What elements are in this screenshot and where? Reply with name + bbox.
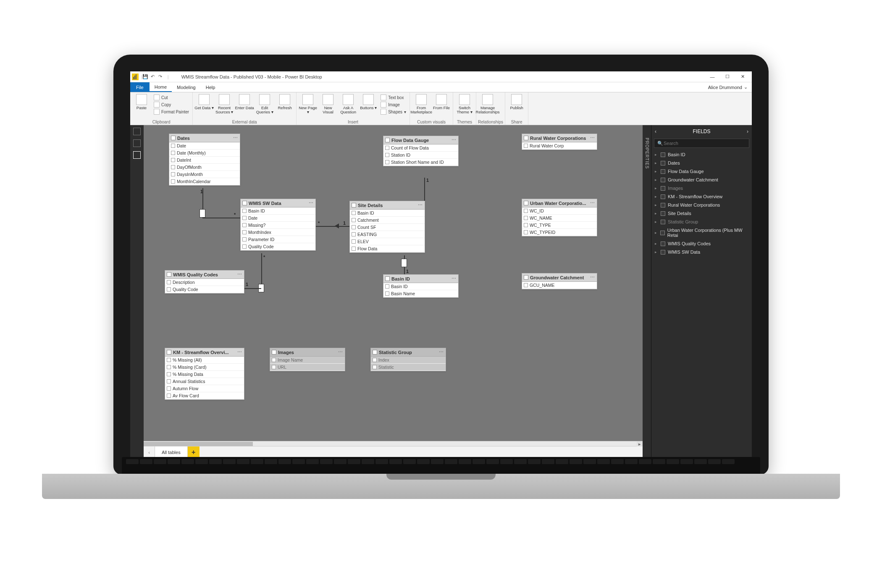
- field-row[interactable]: Count SF: [350, 224, 425, 231]
- table-menu-icon[interactable]: ⋯: [590, 200, 595, 206]
- scroll-right-icon[interactable]: ▸: [637, 441, 643, 446]
- fields-panel-item[interactable]: ▸Statistic Group: [651, 218, 752, 226]
- fields-panel-item[interactable]: ▸KM - Streamflow Overview: [651, 192, 752, 201]
- field-row[interactable]: WC_NAME: [522, 215, 597, 222]
- field-row[interactable]: Quality Code: [241, 243, 315, 250]
- field-row[interactable]: MonthInCalendar: [169, 178, 240, 185]
- tab-nav-prev[interactable]: ‹: [144, 446, 155, 458]
- tab-modeling[interactable]: Modeling: [172, 82, 201, 92]
- table-menu-icon[interactable]: ⋯: [237, 349, 242, 355]
- field-row[interactable]: Quality Code: [165, 286, 244, 293]
- field-row[interactable]: % Missing Data: [165, 371, 244, 378]
- diagram-table-site[interactable]: Site Details⋯Basin IDCatchmentCount SFEA…: [349, 201, 425, 253]
- field-row[interactable]: Date: [241, 215, 315, 222]
- field-row[interactable]: % Missing (Card): [165, 364, 244, 371]
- field-row[interactable]: WC_TYPE: [522, 222, 597, 229]
- refresh-button[interactable]: Refresh: [275, 93, 294, 111]
- field-row[interactable]: Annual Statistics: [165, 378, 244, 385]
- field-row[interactable]: DaysInMonth: [169, 171, 240, 178]
- ask-question-button[interactable]: Ask A Question: [339, 93, 358, 116]
- fields-panel-item[interactable]: ▸Site Details: [651, 209, 752, 218]
- new-page-button[interactable]: New Page ▾: [298, 93, 318, 116]
- tab-help[interactable]: Help: [201, 82, 220, 92]
- field-row[interactable]: Basin ID: [350, 210, 425, 217]
- diagram-table-uwc[interactable]: Urban Water Corporatio...⋯WC_IDWC_NAMEWC…: [522, 199, 597, 236]
- field-row[interactable]: % Missing (All): [165, 357, 244, 364]
- field-row[interactable]: Missing?: [241, 222, 315, 229]
- field-row[interactable]: Basin Name: [383, 290, 458, 297]
- properties-rail[interactable]: PROPERTIES: [643, 125, 651, 458]
- field-row[interactable]: Station ID: [383, 152, 458, 159]
- field-row[interactable]: Count of Flow Data: [383, 144, 458, 152]
- table-menu-icon[interactable]: ⋯: [309, 200, 314, 206]
- fields-panel-item[interactable]: ▸WMIS Quality Codes: [651, 239, 752, 248]
- fields-search-input[interactable]: [654, 139, 749, 148]
- cut-button[interactable]: Cut: [152, 94, 191, 101]
- table-menu-icon[interactable]: ⋯: [452, 276, 457, 281]
- edit-queries-button[interactable]: Edit Queries ▾: [255, 93, 274, 116]
- from-file-button[interactable]: From File: [432, 93, 451, 111]
- field-row[interactable]: Catchment: [350, 217, 425, 224]
- field-row[interactable]: URL: [270, 364, 345, 371]
- field-row[interactable]: MonthIndex: [241, 229, 315, 236]
- buttons-button[interactable]: Buttons ▾: [359, 93, 378, 111]
- diagram-table-quality[interactable]: WMIS Quality Codes⋯DescriptionQuality Co…: [165, 270, 244, 294]
- maximize-button[interactable]: ☐: [720, 71, 735, 82]
- switch-theme-button[interactable]: Switch Theme ▾: [455, 93, 474, 116]
- field-row[interactable]: GCU_NAME: [522, 282, 597, 289]
- report-view-icon[interactable]: [133, 128, 141, 135]
- scrollbar-thumb[interactable]: [144, 442, 253, 446]
- fields-panel-item[interactable]: ▸Dates: [651, 159, 752, 167]
- diagram-table-flowgauge[interactable]: Flow Data Gauge⋯Count of Flow DataStatio…: [383, 136, 459, 166]
- tab-all-tables[interactable]: All tables: [155, 446, 188, 458]
- paste-button[interactable]: Paste: [132, 93, 151, 111]
- field-row[interactable]: Autumn Flow: [165, 385, 244, 392]
- table-menu-icon[interactable]: ⋯: [439, 349, 444, 355]
- field-row[interactable]: ELEV: [350, 238, 425, 245]
- field-row[interactable]: Basin ID: [383, 283, 458, 290]
- table-menu-icon[interactable]: ⋯: [452, 137, 457, 143]
- field-row[interactable]: Flow Data: [350, 245, 425, 252]
- field-row[interactable]: Av Flow Card: [165, 392, 244, 399]
- shapes-button[interactable]: Shapes ▾: [379, 108, 408, 115]
- publish-button[interactable]: Publish: [507, 93, 526, 111]
- enter-data-button[interactable]: Enter Data: [235, 93, 254, 111]
- field-row[interactable]: EASTING: [350, 231, 425, 238]
- field-row[interactable]: Basin ID: [241, 207, 315, 215]
- diagram-table-basin[interactable]: Basin ID⋯Basin IDBasin Name: [383, 274, 459, 298]
- fields-panel-item[interactable]: ▸Urban Water Corporations (Plus MW Retai: [651, 226, 752, 239]
- field-row[interactable]: Description: [165, 279, 244, 286]
- fields-panel-item[interactable]: ▸Groundwater Catchment: [651, 176, 752, 184]
- recent-sources-button[interactable]: Recent Sources ▾: [215, 93, 234, 116]
- textbox-button[interactable]: Text box: [379, 94, 408, 101]
- get-data-button[interactable]: Get Data ▾: [194, 93, 214, 111]
- save-icon[interactable]: 💾: [142, 74, 148, 80]
- table-menu-icon[interactable]: ⋯: [590, 275, 595, 280]
- model-canvas[interactable]: 1 * * 1 1: [144, 125, 643, 441]
- fields-panel-item[interactable]: ▸Basin ID: [651, 150, 752, 159]
- table-menu-icon[interactable]: ⋯: [590, 135, 595, 141]
- field-row[interactable]: DateInt: [169, 157, 240, 164]
- field-row[interactable]: WC_TYPEID: [522, 229, 597, 236]
- field-row[interactable]: Station Short Name and ID: [383, 159, 458, 166]
- horizontal-scrollbar[interactable]: ▸: [144, 441, 643, 446]
- field-row[interactable]: DayOfMonth: [169, 164, 240, 171]
- copy-button[interactable]: Copy: [152, 101, 191, 108]
- format-painter-button[interactable]: Format Painter: [152, 108, 191, 115]
- data-view-icon[interactable]: [133, 139, 141, 147]
- field-row[interactable]: Statistic: [371, 364, 446, 371]
- field-row[interactable]: Date (Monthly): [169, 150, 240, 157]
- add-tab-button[interactable]: +: [188, 446, 200, 458]
- diagram-table-km[interactable]: KM - Streamflow Overvi...⋯% Missing (All…: [165, 348, 244, 400]
- diagram-table-images[interactable]: Images⋯Image NameURL: [270, 348, 345, 371]
- relationship-filter-icon[interactable]: [401, 259, 407, 267]
- tab-home[interactable]: Home: [150, 82, 172, 92]
- relationship-line[interactable]: [202, 218, 240, 218]
- diagram-table-gcu[interactable]: Groundwater Catchment⋯GCU_NAME: [522, 273, 597, 289]
- diagram-table-wmis[interactable]: WMIS SW Data⋯Basin IDDateMissing?MonthIn…: [240, 199, 316, 251]
- user-account[interactable]: Alice Drummond ⌄: [704, 82, 752, 92]
- relationship-line[interactable]: [244, 288, 261, 289]
- table-menu-icon[interactable]: ⋯: [338, 349, 343, 355]
- relationship-line[interactable]: [316, 226, 349, 227]
- chevron-right-icon[interactable]: ›: [747, 129, 748, 134]
